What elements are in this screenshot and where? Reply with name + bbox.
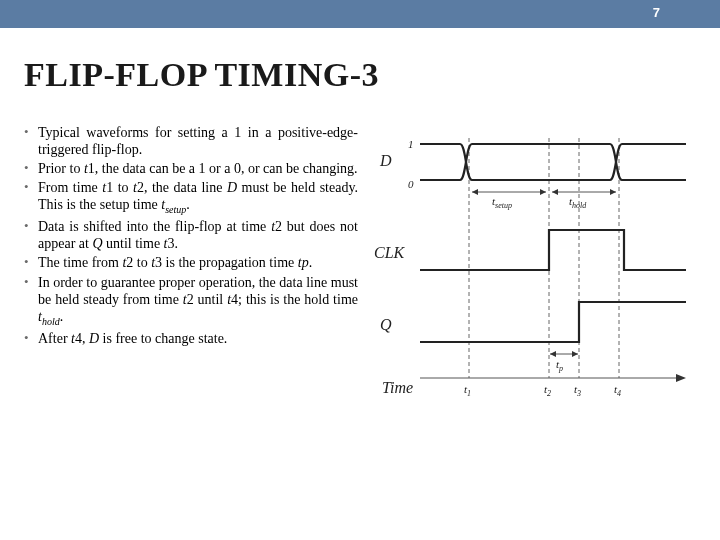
list-item: Data is shifted into the flip-flop at ti… bbox=[24, 218, 358, 252]
list-item: Typical waveforms for setting a 1 in a p… bbox=[24, 124, 358, 158]
svg-marker-16 bbox=[572, 351, 578, 357]
svg-text:tp: tp bbox=[556, 358, 563, 373]
svg-text:Time: Time bbox=[382, 379, 413, 396]
svg-marker-15 bbox=[550, 351, 556, 357]
content-row: Typical waveforms for setting a 1 in a p… bbox=[0, 124, 720, 414]
svg-marker-12 bbox=[610, 189, 616, 195]
q-label: Q bbox=[380, 316, 392, 333]
page-number: 7 bbox=[653, 5, 660, 20]
page-title: FLIP-FLOP TIMING-3 bbox=[24, 56, 720, 94]
svg-text:thold: thold bbox=[569, 195, 587, 210]
svg-text:1: 1 bbox=[408, 138, 414, 150]
svg-marker-8 bbox=[540, 189, 546, 195]
svg-marker-19 bbox=[676, 374, 686, 382]
list-item: Prior to t1, the data can be a 1 or a 0,… bbox=[24, 160, 358, 177]
list-item: The time from t2 to t3 is the propagatio… bbox=[24, 254, 358, 271]
svg-marker-11 bbox=[552, 189, 558, 195]
header-bar: 7 bbox=[0, 0, 720, 28]
list-item: In order to guarantee proper operation, … bbox=[24, 274, 358, 328]
svg-text:tsetup: tsetup bbox=[492, 195, 512, 210]
svg-text:0: 0 bbox=[408, 178, 414, 190]
svg-marker-7 bbox=[472, 189, 478, 195]
list-item: After t4, D is free to change state. bbox=[24, 330, 358, 347]
bullet-list: Typical waveforms for setting a 1 in a p… bbox=[0, 124, 366, 414]
list-item: From time t1 to t2, the data line D must… bbox=[24, 179, 358, 216]
svg-text:t4: t4 bbox=[614, 383, 621, 398]
d-label: D bbox=[379, 152, 392, 169]
svg-text:t3: t3 bbox=[574, 383, 581, 398]
svg-text:t2: t2 bbox=[544, 383, 551, 398]
clk-label: CLK bbox=[374, 244, 406, 261]
timing-diagram: D 1 0 tsetup thold CLK Q tp bbox=[366, 130, 702, 414]
svg-text:t1: t1 bbox=[464, 383, 471, 398]
